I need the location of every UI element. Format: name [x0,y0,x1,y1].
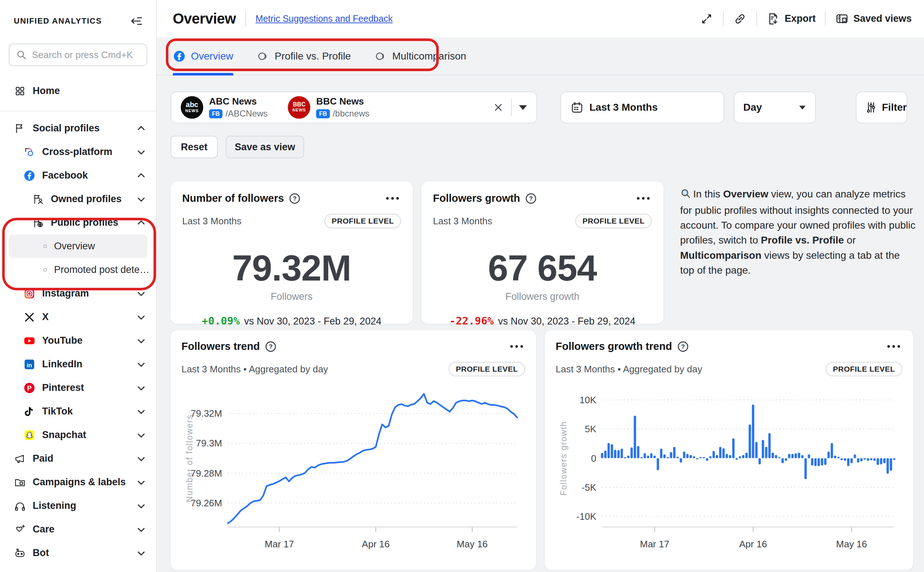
profile-selector[interactable]: abc NEWS ABC News FB /ABCNews BBC NEWS B… [171,92,537,123]
facebook-badge: FB [209,109,222,118]
svg-text:Mar 17: Mar 17 [640,539,669,550]
followers-trend-card: Followers trend ? Last 3 Months • Aggreg… [171,330,536,570]
card-title: Number of followers [182,192,284,204]
svg-text:79.26M: 79.26M [191,497,222,508]
svg-text:79.32M: 79.32M [191,408,222,419]
divider [511,99,512,116]
chevron-down-icon[interactable] [137,289,146,298]
clear-selection-icon[interactable] [493,102,504,113]
svg-text:79.3M: 79.3M [196,438,222,449]
sidebar-item-facebook[interactable]: Facebook [0,164,156,187]
chevron-down-icon[interactable] [137,360,146,369]
care-icon [14,523,26,536]
sidebar-item-social-profiles[interactable]: Social profiles [0,117,156,140]
chevron-up-icon[interactable] [137,218,146,228]
metric-suggestions-link[interactable]: Metric Suggestions and Feedback [256,13,393,24]
profile-handle: /bbcnews [333,109,370,119]
sidebar-item-paid[interactable]: Paid [0,447,156,470]
svg-text:?: ? [681,344,685,350]
chevron-down-icon[interactable] [137,454,146,463]
chevron-down-icon[interactable] [137,194,146,204]
svg-text:P: P [27,384,32,392]
tab-multicomparison[interactable]: Multicomparison [374,37,466,75]
more-options-icon[interactable] [508,343,525,350]
sidebar-item-overview[interactable]: Overview [9,235,148,258]
instagram-icon [23,288,36,300]
divider [723,12,724,26]
main-area: Overview Metric Suggestions and Feedback… [157,0,924,572]
sidebar-item-home[interactable]: Home [0,79,156,103]
sidebar-item-x[interactable]: X [0,305,156,329]
sidebar-item-instagram[interactable]: Instagram [0,281,156,305]
sidebar-item-snapchat[interactable]: Snapchat [0,423,156,447]
chevron-down-icon[interactable] [137,501,146,511]
saved-views-button[interactable]: Saved views [835,12,912,26]
dropdown-caret-icon[interactable] [519,105,527,110]
calendar-icon [570,101,584,114]
export-button[interactable]: Export [767,12,816,26]
help-icon[interactable]: ? [677,341,689,353]
date-range-picker[interactable]: Last 3 Months [561,92,724,123]
share-link-button[interactable] [733,12,747,26]
chevron-down-icon[interactable] [137,148,146,157]
help-icon[interactable]: ? [265,341,276,353]
svg-text:-5K: -5K [582,482,596,493]
sidebar-item-campaigns-labels[interactable]: Campaigns & labels [0,470,156,494]
sidebar-item-tiktok[interactable]: TikTok [0,399,156,423]
collapse-sidebar-icon[interactable] [130,14,143,28]
sidebar-item-promoted-post-detection[interactable]: Promoted post dete… [0,258,156,281]
expand-button[interactable] [700,12,713,26]
card-period: Last 3 Months [433,216,492,227]
chevron-down-icon[interactable] [137,383,146,393]
sidebar-item-label: Instagram [42,288,89,299]
chevron-up-icon[interactable] [137,171,146,180]
tab-label: Overview [191,50,233,62]
chevron-down-icon[interactable] [137,525,146,534]
sidebar-item-linkedin[interactable]: in LinkedIn [0,353,156,376]
more-options-icon[interactable] [885,343,902,350]
chevron-down-icon[interactable] [137,336,146,345]
sidebar-item-bot[interactable]: Bot [0,541,156,565]
chevron-up-icon[interactable] [137,124,146,133]
sidebar-item-listening[interactable]: Listening [0,494,156,518]
svg-text:May 16: May 16 [836,539,867,550]
card-title: Followers growth trend [556,340,672,353]
sidebar-item-label: Social profiles [33,123,100,134]
sidebar-item-cross-platform[interactable]: Cross-platform [0,140,156,164]
sidebar-item-youtube[interactable]: YouTube [0,329,156,353]
chevron-down-icon[interactable] [137,312,146,322]
magnifier-icon [680,188,691,203]
chevron-down-icon[interactable] [137,549,146,558]
more-options-icon[interactable] [384,195,401,202]
sidebar-item-pinterest[interactable]: P Pinterest [0,376,156,399]
chevron-down-icon[interactable] [137,478,146,487]
svg-text:-10K: -10K [576,511,596,522]
divider [825,12,826,26]
search-input[interactable] [32,49,140,61]
sidebar-item-public-profiles[interactable]: Public profiles [0,211,156,235]
followers-growth-card: Followers growth ? Last 3 Months PROFILE… [421,182,663,324]
megaphone-icon [14,452,26,465]
followers-value: 79.32M [182,247,401,289]
sidebar-item-label: LinkedIn [42,359,82,370]
tab-profile-vs-profile[interactable]: Profile vs. Profile [256,37,351,75]
export-label: Export [785,13,816,24]
chevron-down-icon[interactable] [137,431,146,440]
chevron-down-icon[interactable] [137,407,146,416]
sidebar-item-care[interactable]: Care [0,518,156,541]
save-as-view-button[interactable]: Save as view [226,136,304,158]
filter-row: abc NEWS ABC News FB /ABCNews BBC NEWS B… [171,92,924,123]
sidebar-item-owned-profiles[interactable]: Owned profiles [0,187,156,211]
reset-button[interactable]: Reset [171,136,218,158]
search-box[interactable] [9,44,148,66]
help-icon[interactable]: ? [289,193,301,204]
granularity-select[interactable]: Day [734,92,816,123]
tab-overview[interactable]: Overview [173,37,233,75]
filter-button[interactable]: Filter [856,92,907,123]
followers-card: Number of followers ? Last 3 Months PROF… [171,182,413,324]
filter-label: Filter [882,102,907,113]
help-icon[interactable]: ? [525,193,537,204]
svg-text:10K: 10K [579,395,596,406]
more-options-icon[interactable] [635,195,652,202]
sidebar-item-label: X [42,311,49,323]
